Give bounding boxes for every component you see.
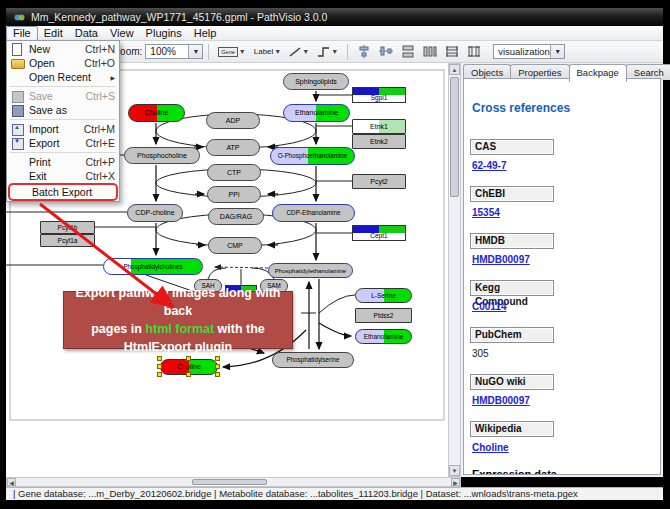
- align-horizontal-center-button[interactable]: [354, 43, 374, 60]
- pathway-node-sgpl1[interactable]: Sgpl1: [352, 87, 406, 103]
- pathway-node-choline[interactable]: Choline: [128, 104, 185, 122]
- visualization-combobox[interactable]: visualization ▼: [493, 44, 565, 59]
- node-label: ADP: [207, 113, 259, 128]
- menu-item-shortcut: Ctrl+P: [86, 156, 115, 168]
- pathway-node-cdp-ethanolamine[interactable]: CDP-Ethanolamine: [272, 204, 355, 222]
- zoom-combobox[interactable]: 100% ▼: [145, 44, 203, 59]
- xref-link[interactable]: Choline: [472, 442, 509, 453]
- gene-tool-button[interactable]: Gene ▼: [215, 45, 248, 59]
- pathway-node-dag-rag[interactable]: DAG/RAG: [208, 208, 264, 225]
- chevron-down-icon[interactable]: ▼: [331, 48, 338, 55]
- pathway-node-o-phosphoethanolamine[interactable]: O-Phosphoethanolamine: [270, 147, 355, 165]
- menu-item-open-recent[interactable]: Open Recent▶: [7, 70, 119, 84]
- pathway-node-ethanolamine[interactable]: Ethanolamine: [283, 104, 350, 122]
- menu-item-import[interactable]: ImportCtrl+M: [7, 122, 119, 136]
- pathway-node-sphingolipids[interactable]: Sphingolipids: [283, 73, 349, 90]
- menubar-item-view[interactable]: View: [104, 27, 140, 40]
- xref-header: HMDB: [470, 233, 554, 249]
- align-vertical-center-button[interactable]: [376, 43, 396, 60]
- pathway-node-l-serine[interactable]: L-Serine: [355, 288, 412, 303]
- pathway-node-ptdss2[interactable]: Ptdss2: [355, 308, 412, 323]
- menu-item-open[interactable]: OpenCtrl+O: [7, 56, 119, 70]
- menu-item-save[interactable]: SaveCtrl+S: [7, 89, 119, 103]
- chevron-down-icon[interactable]: ▼: [188, 45, 202, 58]
- menu-item-export[interactable]: ExportCtrl+E: [7, 136, 119, 150]
- chevron-down-icon[interactable]: ▼: [274, 48, 281, 55]
- xref-link[interactable]: 15354: [472, 207, 500, 218]
- pathway-node-ctp[interactable]: CTP: [207, 164, 261, 181]
- pathway-node-cdp-choline[interactable]: CDP-choline: [127, 204, 183, 222]
- tab-backpage[interactable]: Backpage: [569, 64, 627, 82]
- save-as-icon: [10, 104, 25, 116]
- horizontal-scroll-thumb[interactable]: [192, 479, 267, 485]
- canvas-horizontal-scrollbar[interactable]: ◀ ▶: [6, 477, 461, 487]
- menu-item-shortcut: Ctrl+O: [84, 57, 115, 69]
- menubar-item-help[interactable]: Help: [188, 27, 223, 40]
- menu-item-new[interactable]: NewCtrl+N: [7, 42, 119, 56]
- pathway-node-pcyt1b[interactable]: Pcyt1b: [40, 221, 95, 234]
- menu-item-label: Import: [29, 123, 78, 135]
- scroll-left-icon[interactable]: ◀: [7, 478, 16, 486]
- pathway-node-pcyt2[interactable]: Pcyt2: [352, 174, 406, 189]
- selection-handle[interactable]: [186, 356, 191, 361]
- menu-item-print[interactable]: PrintCtrl+P: [7, 155, 119, 169]
- canvas-vertical-scrollbar[interactable]: ▲ ▼: [448, 63, 461, 477]
- selection-handle[interactable]: [186, 372, 191, 377]
- xref-section-hmdb: HMDBHMDB00097: [470, 233, 660, 267]
- menubar-item-edit[interactable]: Edit: [38, 27, 69, 40]
- pathway-node-phosphocholine[interactable]: Phosphocholine: [124, 147, 200, 164]
- common-height-button[interactable]: [464, 43, 484, 60]
- node-label: CDP-Ethanolamine: [273, 205, 354, 221]
- xref-link[interactable]: HMDB00097: [472, 395, 530, 406]
- chevron-down-icon[interactable]: ▼: [302, 48, 309, 55]
- selection-handle[interactable]: [215, 356, 220, 361]
- cross-references-heading: Cross references: [472, 101, 660, 115]
- scroll-up-icon[interactable]: ▲: [449, 64, 460, 75]
- line-tool-button[interactable]: ▼: [286, 44, 312, 60]
- node-label: Phosphatidylethanolamine: [269, 264, 352, 277]
- stack-horizontal-icon: [401, 45, 415, 58]
- selection-handle[interactable]: [157, 364, 162, 369]
- xref-link[interactable]: C00114: [472, 301, 506, 312]
- pathway-node-etnk2[interactable]: Etnk2: [352, 134, 406, 149]
- xref-link[interactable]: 62-49-7: [472, 160, 506, 171]
- menu-item-batch-export[interactable]: Batch Export: [10, 185, 116, 199]
- pathway-node-ethanolamine[interactable]: Ethanolamine: [355, 329, 412, 344]
- vertical-scroll-thumb[interactable]: [450, 77, 459, 197]
- selection-handle[interactable]: [157, 372, 162, 377]
- label-tool-button[interactable]: Label ▼: [251, 45, 285, 58]
- common-width-button[interactable]: [442, 43, 462, 60]
- menubar-item-data[interactable]: Data: [69, 27, 104, 40]
- xref-value: 305: [472, 348, 489, 359]
- selection-handle[interactable]: [215, 364, 220, 369]
- scroll-right-icon[interactable]: ▶: [451, 478, 460, 486]
- pathway-node-phosphatidylcholines[interactable]: Phosphatidylcholines: [103, 258, 203, 275]
- title-bar: Mm_Kennedy_pathway_WP1771_45176.gpml - P…: [6, 8, 663, 26]
- node-label: O-Phosphoethanolamine: [271, 148, 354, 164]
- pathway-node-cmp[interactable]: CMP: [208, 237, 262, 254]
- stack-vertical-button[interactable]: [420, 43, 440, 60]
- stack-horizontal-button[interactable]: [398, 43, 418, 60]
- pathway-node-etnk1[interactable]: Etnk1: [352, 119, 406, 134]
- pathway-node-cept1[interactable]: Cept1: [352, 225, 406, 241]
- pathway-node-ppi[interactable]: PPi: [207, 186, 261, 203]
- backpage-panel[interactable]: Cross references CAS62-49-7ChEBI15354HMD…: [463, 78, 661, 475]
- pathway-node-pcyt1a[interactable]: Pcyt1a: [40, 234, 95, 247]
- menubar-item-plugins[interactable]: Plugins: [140, 27, 188, 40]
- xref-link[interactable]: HMDB00097: [472, 254, 530, 265]
- pathway-node-adp[interactable]: ADP: [206, 112, 260, 129]
- menubar-item-file[interactable]: File: [6, 26, 38, 41]
- open-folder-icon: [10, 57, 25, 69]
- menu-item-save-as[interactable]: Save as: [7, 103, 119, 117]
- selection-handle[interactable]: [157, 356, 162, 361]
- scroll-down-icon[interactable]: ▼: [449, 465, 460, 476]
- menu-item-exit[interactable]: ExitCtrl+X: [7, 169, 119, 183]
- pathway-node-phosphatidylethanolamine[interactable]: Phosphatidylethanolamine: [268, 263, 353, 278]
- chevron-down-icon[interactable]: ▼: [550, 45, 564, 58]
- chevron-down-icon[interactable]: ▼: [239, 48, 246, 55]
- connector-tool-button[interactable]: ▼: [314, 44, 341, 60]
- pathway-node-atp[interactable]: ATP: [206, 139, 260, 156]
- xref-section-chebi: ChEBI15354: [470, 186, 660, 220]
- new-file-icon: [10, 43, 25, 55]
- selection-handle[interactable]: [215, 372, 220, 377]
